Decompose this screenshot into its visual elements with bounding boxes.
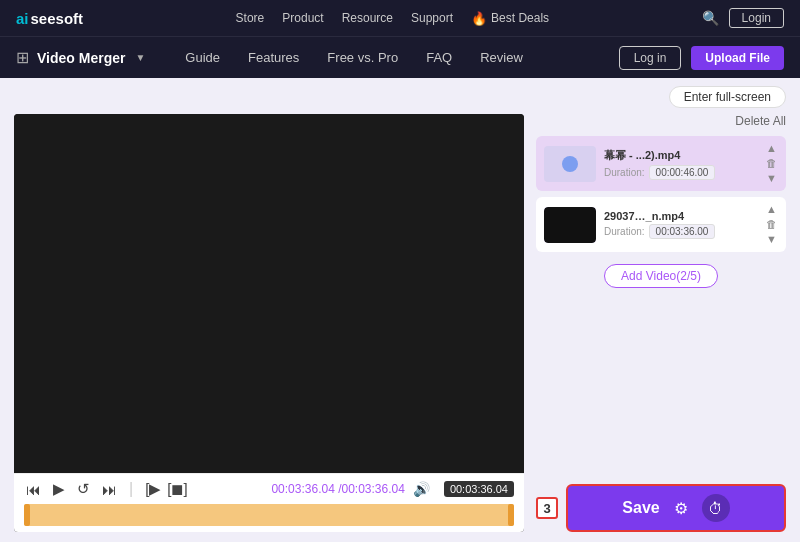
divider: | [129, 480, 133, 498]
timeline-bar[interactable] [24, 504, 514, 526]
main-content: Enter full-screen ⏮ ▶ ↺ ⏭ | [▶ [◼] 00:03… [0, 78, 800, 542]
save-panel[interactable]: Save ⚙ ⏱ [566, 484, 786, 532]
duration-value-1: 00:00:46.00 [649, 165, 716, 180]
free-vs-pro-link[interactable]: Free vs. Pro [327, 50, 398, 65]
duration-label-1: Duration: [604, 167, 645, 178]
video-item-2: 29037…_n.mp4 Duration: 00:03:36.00 ▲ 🗑 ▼ [536, 197, 786, 252]
guide-link[interactable]: Guide [185, 50, 220, 65]
product-link[interactable]: Product [282, 11, 323, 25]
move-down-button-1[interactable]: ▼ [765, 172, 778, 185]
review-link[interactable]: Review [480, 50, 523, 65]
delete-button-1[interactable]: 🗑 [765, 157, 778, 170]
logo-rest: seesoft [31, 10, 84, 27]
video-duration-row-1: Duration: 00:00:46.00 [604, 165, 757, 180]
move-up-button-1[interactable]: ▲ [765, 142, 778, 155]
best-deals-label: Best Deals [491, 11, 549, 25]
timeline-handle-left[interactable] [24, 504, 30, 526]
video-actions-2: ▲ 🗑 ▼ [765, 203, 778, 246]
video-item: 幕幂 - ...2).mp4 Duration: 00:00:46.00 ▲ 🗑… [536, 136, 786, 191]
features-link[interactable]: Features [248, 50, 299, 65]
video-info-1: 幕幂 - ...2).mp4 Duration: 00:00:46.00 [604, 148, 757, 180]
login-button-top[interactable]: Login [729, 8, 784, 28]
bracket-buttons: [▶ [◼] [143, 480, 190, 498]
timeline-row [24, 504, 514, 526]
delete-button-2[interactable]: 🗑 [765, 218, 778, 231]
faq-link[interactable]: FAQ [426, 50, 452, 65]
mark-in-button[interactable]: [▶ [143, 480, 163, 498]
video-player: ⏮ ▶ ↺ ⏭ | [▶ [◼] 00:03:36.04 /00:03:36.0… [14, 114, 524, 532]
loop-button[interactable]: ↺ [75, 480, 92, 498]
video-thumbnail-2 [544, 207, 596, 243]
login-button-app[interactable]: Log in [619, 46, 682, 70]
delete-all-row: Delete All [536, 114, 786, 128]
video-info-2: 29037…_n.mp4 Duration: 00:03:36.00 [604, 210, 757, 239]
upload-file-button[interactable]: Upload File [691, 46, 784, 70]
thumb-black-2 [544, 207, 596, 243]
skip-back-button[interactable]: ⏮ [24, 481, 43, 498]
video-name-2: 29037…_n.mp4 [604, 210, 724, 222]
right-panel: Delete All 幕幂 - ...2).mp4 Duration: 00:0… [536, 114, 786, 532]
best-deals-link[interactable]: 🔥 Best Deals [471, 11, 549, 26]
top-navigation: aiseesoft Store Product Resource Support… [0, 0, 800, 36]
search-icon[interactable]: 🔍 [702, 10, 719, 26]
timeline-handle-right[interactable] [508, 504, 514, 526]
volume-icon[interactable]: 🔊 [413, 481, 430, 497]
editor-area: ⏮ ▶ ↺ ⏭ | [▶ [◼] 00:03:36.04 /00:03:36.0… [14, 114, 786, 532]
app-nav-right: Log in Upload File [619, 46, 784, 70]
logo: aiseesoft [16, 10, 83, 27]
app-title: Video Merger [37, 50, 125, 66]
grid-icon: ⊞ [16, 48, 29, 67]
app-navigation: ⊞ Video Merger ▼ Guide Features Free vs.… [0, 36, 800, 78]
support-link[interactable]: Support [411, 11, 453, 25]
save-label: Save [622, 499, 659, 517]
step-badge: 3 [536, 497, 558, 519]
app-nav-links: Guide Features Free vs. Pro FAQ Review [185, 50, 618, 65]
toolbar-row: Enter full-screen [14, 86, 786, 108]
save-row: 3 Save ⚙ ⏱ [536, 484, 786, 532]
video-actions-1: ▲ 🗑 ▼ [765, 142, 778, 185]
time-badge: 00:03:36.04 [444, 481, 514, 497]
fullscreen-button[interactable]: Enter full-screen [669, 86, 786, 108]
add-video-button[interactable]: Add Video(2/5) [604, 264, 718, 288]
thumb-dot-1 [562, 156, 578, 172]
fire-icon: 🔥 [471, 11, 487, 26]
video-duration-row-2: Duration: 00:03:36.00 [604, 224, 757, 239]
app-nav-left: ⊞ Video Merger ▼ [16, 48, 145, 67]
video-controls: ⏮ ▶ ↺ ⏭ | [▶ [◼] 00:03:36.04 /00:03:36.0… [14, 473, 524, 532]
resource-link[interactable]: Resource [342, 11, 393, 25]
mark-out-button[interactable]: [◼] [165, 480, 189, 498]
top-nav-links: Store Product Resource Support 🔥 Best De… [236, 11, 549, 26]
gear-icon[interactable]: ⚙ [674, 499, 688, 518]
play-button[interactable]: ▶ [51, 480, 67, 498]
clock-icon[interactable]: ⏱ [702, 494, 730, 522]
logo-ai: ai [16, 10, 29, 27]
skip-forward-button[interactable]: ⏭ [100, 481, 119, 498]
video-list: 幕幂 - ...2).mp4 Duration: 00:00:46.00 ▲ 🗑… [536, 136, 786, 252]
video-thumbnail-1 [544, 146, 596, 182]
store-link[interactable]: Store [236, 11, 265, 25]
move-up-button-2[interactable]: ▲ [765, 203, 778, 216]
delete-all-button[interactable]: Delete All [735, 114, 786, 128]
move-down-button-2[interactable]: ▼ [765, 233, 778, 246]
controls-row: ⏮ ▶ ↺ ⏭ | [▶ [◼] 00:03:36.04 /00:03:36.0… [24, 480, 514, 498]
video-screen [14, 114, 524, 473]
time-display: 00:03:36.04 /00:03:36.04 [271, 482, 404, 496]
video-name-1: 幕幂 - ...2).mp4 [604, 148, 724, 163]
duration-label-2: Duration: [604, 226, 645, 237]
chevron-down-icon[interactable]: ▼ [135, 52, 145, 63]
duration-value-2: 00:03:36.00 [649, 224, 716, 239]
top-nav-right: 🔍 Login [702, 8, 784, 28]
